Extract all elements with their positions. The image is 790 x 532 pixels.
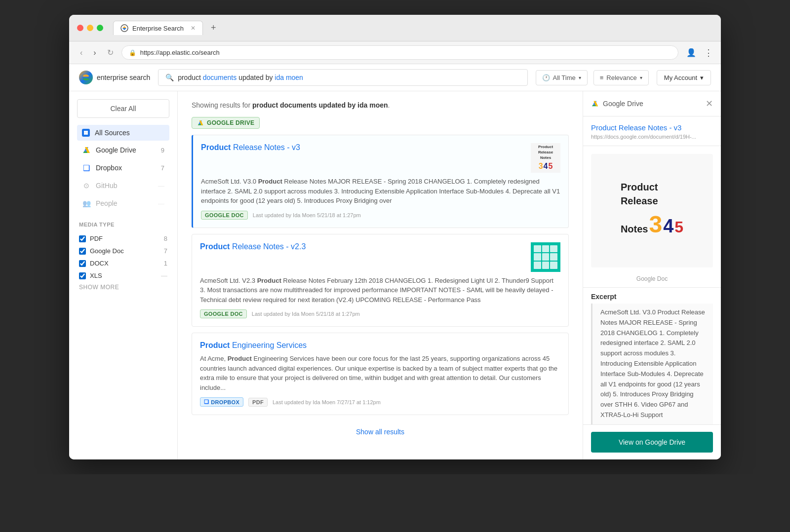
browser-menu-button[interactable]: ⋮ — [704, 47, 713, 58]
google-drive-icon — [82, 146, 91, 154]
preview-num4: 4 — [663, 213, 673, 239]
result-2-title[interactable]: Product Release Notes - v2.3 — [200, 242, 306, 251]
result-1-excerpt: AcmeSoft Ltd. V3.0 Product Release Notes… — [201, 177, 560, 206]
pdf-checkbox[interactable] — [79, 235, 86, 242]
dropbox-count: 7 — [161, 164, 164, 172]
panel-preview: ProductRelease Notes 3 4 5 — [591, 154, 713, 267]
googledoc-checkbox[interactable] — [79, 248, 86, 255]
result-2-title-rest: Release Notes - v2.3 — [232, 242, 306, 251]
pdf-count: 8 — [164, 235, 167, 242]
result-2-header: Product Release Notes - v2.3 — [200, 242, 560, 272]
xls-checkbox[interactable] — [79, 272, 86, 279]
time-filter-button[interactable]: 🕐 All Time ▾ — [536, 70, 588, 85]
result-1-title[interactable]: Product Release Notes - v3 — [201, 143, 300, 152]
show-more-button[interactable]: SHOW MORE — [77, 282, 169, 293]
result-3-excerpt: At Acme, Product Engineering Services ha… — [200, 354, 560, 392]
minimize-button[interactable] — [87, 25, 93, 31]
search-bar[interactable]: 🔍 product documents updated by ida moen — [158, 69, 527, 86]
panel-excerpt-text: AcmeSoft Ltd. V3.0 Product Release Notes… — [591, 304, 713, 424]
view-on-google-drive-button[interactable]: View on Google Drive — [591, 432, 713, 453]
dropbox-label: Dropbox — [96, 164, 122, 172]
secure-icon: 🔒 — [129, 49, 136, 56]
search-highlight1: documents — [203, 74, 237, 81]
result-3-title[interactable]: Product Engineering Services — [200, 341, 307, 350]
forward-button[interactable]: › — [90, 46, 99, 59]
docx-checkbox[interactable] — [79, 260, 86, 267]
xls-label: XLS — [90, 272, 102, 279]
sidebar-item-github: ⊙ GitHub — — [77, 177, 169, 194]
tab-favicon-icon — [120, 24, 128, 32]
gdrive-badge-label: GOOGLE DRIVE — [207, 119, 254, 126]
panel-gdrive-icon — [591, 100, 599, 108]
time-filter-chevron: ▾ — [579, 75, 581, 80]
tab-close-button[interactable]: ✕ — [191, 25, 196, 32]
relevance-icon: ≡ — [600, 74, 604, 81]
svg-rect-6 — [84, 133, 86, 135]
relevance-filter-chevron: ▾ — [640, 75, 642, 80]
new-tab-button[interactable]: + — [207, 21, 220, 35]
panel-header: Google Drive ✕ — [583, 91, 721, 116]
xls-count: — — [161, 272, 167, 279]
my-account-button[interactable]: My Account ▾ — [657, 70, 711, 85]
people-icon: 👥 — [82, 199, 91, 208]
maximize-button[interactable] — [97, 25, 103, 31]
result-3-header: Product Engineering Services — [200, 341, 560, 350]
result-card-2[interactable]: Product Release Notes - v2.3 AcmeSoft Lt… — [192, 234, 569, 327]
result-1-meta: GOOGLE DOC Last updated by Ida Moen 5/21… — [201, 211, 560, 220]
sidebar-item-people: 👥 People — — [77, 195, 169, 212]
title-bar: Enterprise Search ✕ + — [69, 15, 721, 41]
panel-close-button[interactable]: ✕ — [706, 98, 713, 109]
media-type-section: MEDIA TYPE PDF 8 Google Doc 7 DOCX 1 — [77, 222, 169, 293]
svg-point-3 — [82, 76, 89, 78]
result-3-meta: ❑ DROPBOX PDF Last updated by Ida Moen 7… — [200, 397, 560, 407]
preview-num3: 3 — [649, 208, 662, 241]
sidebar-item-dropbox[interactable]: ❑ Dropbox 7 — [77, 159, 169, 176]
app-logo: enterprise search — [79, 71, 150, 84]
back-button[interactable]: ‹ — [77, 46, 85, 59]
result-1-header: Product Release Notes - v3 ProductReleas… — [201, 143, 560, 173]
address-bar[interactable]: 🔒 https://app.elastic.co/search — [121, 45, 678, 60]
search-highlight2: ida moen — [275, 74, 303, 81]
search-plain1: product — [178, 74, 203, 81]
result-card-1[interactable]: Product Release Notes - v3 ProductReleas… — [192, 135, 569, 228]
gdrive-badge-icon — [197, 119, 204, 126]
googledoc-label: Google Doc — [90, 247, 124, 255]
sidebar: Clear All All Sources Google Drive 9 — [69, 91, 178, 459]
result-1-title-highlight: Product — [201, 143, 231, 152]
github-icon: ⊙ — [82, 181, 91, 190]
result-3-title-highlight: Product — [200, 341, 230, 349]
app-name-label: enterprise search — [97, 74, 150, 81]
search-query-text: product documents updated by ida moen — [178, 74, 520, 81]
result-2-excerpt: AcmeSoft Ltd. V2.3 Product Release Notes… — [200, 276, 560, 305]
traffic-lights — [77, 25, 103, 31]
result-2-meta-text: Last updated by Ida Moen 5/21/18 at 1:27… — [252, 311, 360, 317]
show-all-results-button[interactable]: Show all results — [192, 421, 569, 443]
result-2-meta: GOOGLE DOC Last updated by Ida Moen 5/21… — [200, 309, 560, 318]
github-label: GitHub — [96, 182, 118, 190]
result-card-3[interactable]: Product Engineering Services At Acme, Pr… — [192, 333, 569, 415]
panel-url: https://docs.google.com/document/d/19H-.… — [591, 134, 713, 140]
panel-source-text: Google Drive — [603, 100, 643, 108]
sidebar-item-google-drive[interactable]: Google Drive 9 — [77, 142, 169, 158]
profile-button[interactable]: 👤 — [683, 46, 699, 59]
all-sources-icon — [82, 129, 90, 137]
refresh-button[interactable]: ↻ — [104, 46, 117, 59]
elastic-logo-icon — [79, 71, 93, 84]
clear-all-button[interactable]: Clear All — [77, 99, 169, 118]
pdf-label: PDF — [90, 235, 103, 242]
tab-title: Enterprise Search — [132, 25, 184, 32]
sidebar-item-all-sources[interactable]: All Sources — [77, 125, 169, 141]
dropbox-badge-icon: ❑ — [204, 399, 209, 405]
close-button[interactable] — [77, 25, 83, 31]
googledoc-count: 7 — [164, 247, 167, 255]
svg-rect-4 — [84, 131, 86, 133]
active-tab[interactable]: Enterprise Search ✕ — [113, 21, 203, 35]
docx-count: 1 — [164, 260, 167, 267]
result-3-dropbox-badge: ❑ DROPBOX — [200, 397, 243, 407]
relevance-filter-button[interactable]: ≡ Relevance ▾ — [593, 70, 649, 85]
time-icon: 🕐 — [542, 74, 550, 81]
filter-group: 🕐 All Time ▾ ≡ Relevance ▾ — [536, 70, 649, 85]
relevance-filter-label: Relevance — [606, 74, 636, 81]
result-3-meta-text: Last updated by Ida Moen 7/27/17 at 1:12… — [273, 399, 381, 405]
tab-area: Enterprise Search ✕ + — [113, 21, 713, 35]
